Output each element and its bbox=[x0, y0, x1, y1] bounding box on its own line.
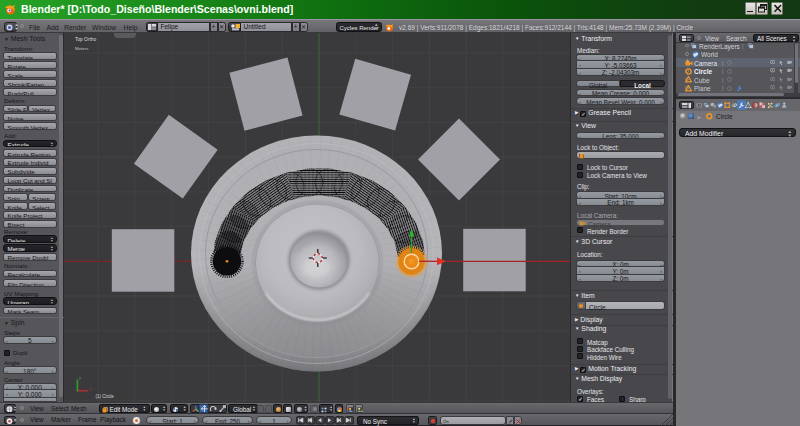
svg-text:Top Ortho: Top Ortho bbox=[75, 37, 96, 42]
svg-text:Meters: Meters bbox=[75, 46, 89, 51]
svg-text:(1) Circle: (1) Circle bbox=[96, 394, 115, 399]
